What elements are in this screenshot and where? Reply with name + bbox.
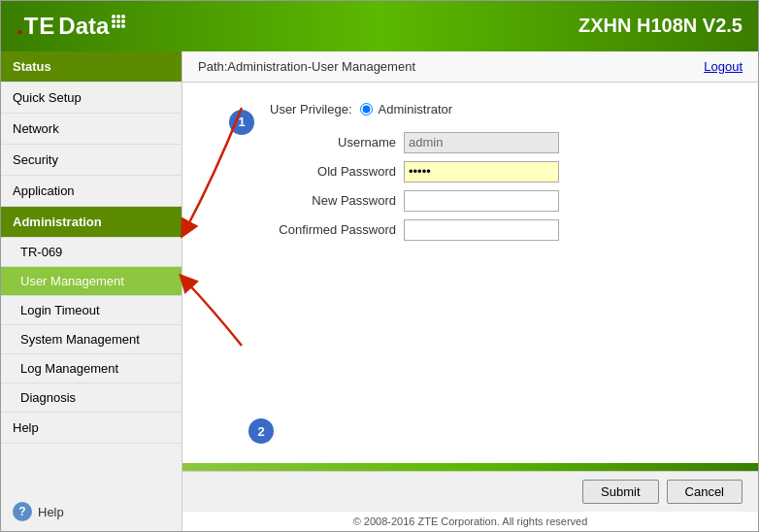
sidebar: Status Quick Setup Network Security Appl… — [1, 51, 182, 531]
main-layout: Status Quick Setup Network Security Appl… — [1, 51, 758, 531]
sidebar-item-help[interactable]: Help — [1, 413, 182, 444]
breadcrumb: Path:Administration-User Management — [198, 59, 415, 74]
sidebar-subitem-system-management[interactable]: System Management — [1, 325, 182, 354]
sidebar-help-label: Help — [38, 505, 64, 519]
old-password-input[interactable] — [404, 161, 559, 183]
sidebar-item-network[interactable]: Network — [1, 114, 182, 145]
new-password-input[interactable] — [404, 190, 559, 212]
privilege-radio-group: Administrator — [360, 102, 453, 116]
sidebar-item-status[interactable]: Status — [1, 51, 182, 83]
cancel-button[interactable]: Cancel — [667, 480, 742, 504]
device-name: ZXHN H108N V2.5 — [578, 15, 742, 37]
footer-area: Submit Cancel © 2008-2016 ZTE Corporatio… — [182, 463, 758, 531]
footer-bar-green — [182, 463, 758, 471]
svg-point-2 — [121, 15, 125, 18]
form-table: Username Old Password New Password Confi… — [270, 132, 729, 241]
username-input[interactable] — [404, 132, 559, 153]
content-header: Path:Administration-User Management Logo… — [182, 51, 758, 83]
sidebar-item-security[interactable]: Security — [1, 145, 182, 176]
sidebar-subitem-log-management[interactable]: Log Management — [1, 354, 182, 383]
footer-buttons: Submit Cancel — [182, 471, 758, 512]
user-privilege-label: User Privilege: — [270, 102, 352, 116]
annotation-badge-1: 1 — [229, 110, 254, 135]
svg-point-5 — [121, 19, 125, 23]
confirmed-password-label: Confirmed Password — [270, 222, 396, 237]
svg-point-7 — [116, 24, 120, 28]
confirmed-password-row: Confirmed Password — [270, 219, 729, 241]
sidebar-item-administration[interactable]: Administration — [1, 207, 182, 238]
administrator-radio[interactable] — [360, 103, 373, 116]
sidebar-nav: Status Quick Setup Network Security Appl… — [1, 51, 182, 492]
sidebar-subitem-diagnosis[interactable]: Diagnosis — [1, 383, 182, 413]
page-wrapper: .TE Data ZXHN H108N V2.5 — [0, 0, 759, 532]
svg-point-3 — [112, 19, 116, 23]
svg-point-4 — [116, 19, 120, 23]
sidebar-subitem-tr069[interactable]: TR-069 — [1, 238, 182, 267]
content-area: Path:Administration-User Management Logo… — [182, 51, 758, 531]
sidebar-subitem-login-timeout[interactable]: Login Timeout — [1, 296, 182, 325]
svg-point-6 — [112, 24, 116, 28]
svg-point-1 — [116, 15, 120, 18]
administrator-label: Administrator — [379, 102, 453, 116]
logo: .TE Data — [16, 13, 125, 40]
username-row: Username — [270, 132, 729, 153]
svg-point-0 — [112, 15, 116, 18]
sidebar-item-quick-setup[interactable]: Quick Setup — [1, 83, 182, 114]
annotation-badge-2: 2 — [248, 418, 274, 444]
username-label: Username — [270, 135, 396, 150]
logo-dots-icon — [112, 15, 125, 28]
confirmed-password-input[interactable] — [404, 219, 559, 241]
help-icon: ? — [13, 502, 32, 521]
header: .TE Data ZXHN H108N V2.5 — [1, 1, 758, 51]
sidebar-help-section: ? Help — [1, 492, 182, 531]
logout-link[interactable]: Logout — [704, 59, 742, 74]
new-password-label: New Password — [270, 193, 396, 208]
old-password-label: Old Password — [270, 164, 396, 179]
user-privilege-row: User Privilege: Administrator — [270, 102, 729, 116]
sidebar-subitem-user-management[interactable]: User Management — [1, 267, 182, 296]
content-body: 1 User Privilege: Administrator Username — [182, 83, 758, 463]
copyright: © 2008-2016 ZTE Corporation. All rights … — [182, 512, 758, 531]
submit-button[interactable]: Submit — [582, 480, 658, 504]
svg-point-8 — [121, 24, 125, 28]
new-password-row: New Password — [270, 190, 729, 212]
sidebar-item-application[interactable]: Application — [1, 176, 182, 207]
old-password-row: Old Password — [270, 161, 729, 183]
